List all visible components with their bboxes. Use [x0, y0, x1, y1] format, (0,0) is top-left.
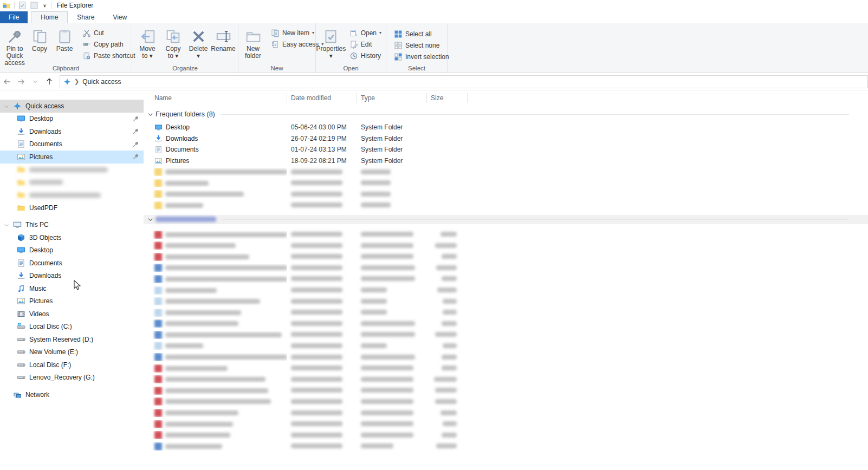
- ribbon-button-pin-to-quick-access[interactable]: Pin to Quick access: [2, 25, 27, 67]
- tab-view[interactable]: View: [103, 12, 136, 23]
- file-row-blurred[interactable]: [144, 396, 868, 408]
- column-header-name[interactable]: Name: [144, 90, 287, 106]
- ribbon-button-rename[interactable]: Rename: [211, 25, 236, 53]
- sidebar-item-blurred[interactable]: [0, 164, 144, 177]
- address-chevron-icon[interactable]: ❯: [73, 78, 80, 85]
- date-cell: [287, 432, 357, 439]
- sidebar-item-new-volume-e[interactable]: New Volume (E:): [0, 346, 144, 359]
- column-header-type[interactable]: Type: [357, 90, 427, 106]
- file-row-blurred[interactable]: [144, 351, 868, 363]
- redacted-size: [442, 321, 457, 326]
- sidebar-item-quick-access[interactable]: Quick access: [0, 100, 144, 113]
- back-icon[interactable]: [0, 75, 14, 88]
- ribbon-button-history[interactable]: History: [347, 50, 384, 61]
- address-path[interactable]: Quick access: [82, 78, 121, 86]
- file-row-blurred[interactable]: [144, 178, 868, 189]
- file-row-blurred[interactable]: [144, 318, 868, 330]
- folder-row-pictures[interactable]: Pictures18-09-22 08:21 PMSystem Folder: [144, 155, 868, 167]
- sidebar-item-blurred[interactable]: [0, 189, 144, 202]
- sidebar-item-lenovo-recovery-g[interactable]: Lenovo_Recovery (G:): [0, 371, 144, 384]
- size-cell: [427, 331, 468, 338]
- ribbon-button-open[interactable]: Open▾: [347, 27, 384, 38]
- chevron-down-icon[interactable]: [147, 217, 153, 223]
- folder-row-documents[interactable]: Documents01-07-24 03:13 PMSystem Folder: [144, 144, 868, 155]
- sidebar-item-local-disc-f[interactable]: Local Disc (F:): [0, 358, 144, 371]
- file-row-blurred[interactable]: [144, 296, 868, 307]
- file-row-blurred[interactable]: [144, 307, 868, 318]
- file-row-blurred[interactable]: [144, 251, 868, 263]
- sidebar-item-blurred[interactable]: [0, 176, 144, 189]
- file-row-blurred[interactable]: [144, 341, 868, 352]
- file-row-blurred[interactable]: [144, 240, 868, 251]
- address-bar[interactable]: ❯ Quick access: [60, 75, 868, 88]
- sidebar-item-documents[interactable]: Documents: [0, 257, 144, 270]
- up-icon[interactable]: [42, 75, 56, 88]
- file-row-blurred[interactable]: [144, 166, 868, 178]
- newfolder-qat-icon[interactable]: [30, 1, 38, 10]
- chevron-down-icon[interactable]: [147, 112, 153, 118]
- group-header-frequent-folders-8[interactable]: Frequent folders (8): [144, 109, 868, 120]
- file-row-blurred[interactable]: [144, 229, 868, 240]
- tab-share[interactable]: Share: [68, 12, 103, 23]
- file-row-blurred[interactable]: [144, 363, 868, 374]
- sidebar-item-downloads[interactable]: Downloads: [0, 125, 144, 138]
- folder-row-downloads[interactable]: Downloads26-07-24 02:19 PMSystem Folder: [144, 133, 868, 145]
- sidebar-item-videos[interactable]: Videos: [0, 308, 144, 321]
- file-row-blurred[interactable]: [144, 407, 868, 419]
- ribbon-button-move-to[interactable]: Move to ▾: [134, 25, 160, 60]
- pictures-icon: [154, 157, 163, 165]
- sidebar-item-pictures[interactable]: Pictures: [0, 151, 144, 164]
- sidebar-item-usedpdf[interactable]: UsedPDF: [0, 201, 144, 214]
- file-row-blurred[interactable]: [144, 419, 868, 430]
- sidebar-item-local-disc-c[interactable]: Local Disc (C:): [0, 321, 144, 334]
- ribbon-button-copy[interactable]: Copy: [27, 25, 52, 53]
- ribbon-button-delete[interactable]: Delete ▾: [186, 25, 211, 60]
- ribbon-button-select-none[interactable]: Select none: [392, 40, 451, 51]
- ribbon-button-invert-selection[interactable]: Invert selection: [392, 51, 451, 62]
- group-header-redacted[interactable]: [144, 215, 868, 224]
- ribbon-button-select-all[interactable]: Select all: [392, 28, 451, 40]
- file-row-blurred[interactable]: [144, 273, 868, 285]
- file-row-blurred[interactable]: [144, 263, 868, 274]
- sidebar-item-system-reserved-d[interactable]: System Reserved (D:): [0, 333, 144, 346]
- sidebar-item-documents[interactable]: Documents: [0, 138, 144, 151]
- name-cell: [144, 375, 287, 383]
- sidebar-item-desktop[interactable]: Desktop: [0, 244, 144, 257]
- file-row-blurred[interactable]: [144, 189, 868, 200]
- sidebar-item-3d-objects[interactable]: 3D Objects: [0, 231, 144, 244]
- file-name: Pictures: [166, 157, 189, 165]
- sidebar-item-music[interactable]: Music: [0, 282, 144, 295]
- tab-home[interactable]: Home: [31, 11, 68, 23]
- sidebar-item-pictures[interactable]: Pictures: [0, 295, 144, 308]
- ribbon-button-copy-path[interactable]: Copy path: [80, 38, 138, 50]
- file-row-blurred[interactable]: [144, 285, 868, 296]
- ribbon-button-properties[interactable]: Properties ▾: [318, 25, 344, 60]
- file-row-blurred[interactable]: [144, 441, 868, 452]
- sidebar-item-desktop[interactable]: Desktop: [0, 113, 144, 126]
- ribbon-button-cut[interactable]: Cut: [80, 27, 138, 38]
- chevron-down-icon[interactable]: [4, 222, 9, 227]
- ribbon-button-paste-shortcut[interactable]: Paste shortcut: [80, 50, 138, 61]
- ribbon-button-new-folder[interactable]: New folder: [241, 25, 265, 60]
- folder-file-icon: [154, 179, 162, 187]
- sidebar-item-network[interactable]: Network: [0, 388, 144, 401]
- forward-icon[interactable]: [14, 75, 28, 88]
- ribbon-button-paste[interactable]: Paste: [52, 25, 77, 53]
- file-row-blurred[interactable]: [144, 374, 868, 385]
- folder-row-desktop[interactable]: Desktop05-06-24 03:00 PMSystem Folder: [144, 122, 868, 133]
- properties-qat-icon[interactable]: [18, 1, 27, 10]
- file-row-blurred[interactable]: [144, 329, 868, 341]
- sidebar-item-this-pc[interactable]: This PC: [0, 219, 144, 232]
- file-row-blurred[interactable]: [144, 385, 868, 396]
- file-row-blurred[interactable]: [144, 200, 868, 211]
- tab-file[interactable]: File: [0, 11, 28, 23]
- customize-qat-dropdown-icon[interactable]: ▾: [42, 4, 48, 8]
- file-row-blurred[interactable]: [144, 429, 868, 441]
- ribbon-button-copy-to[interactable]: Copy to ▾: [160, 25, 186, 60]
- recent-locations-icon[interactable]: [28, 75, 42, 88]
- column-header-size[interactable]: Size: [427, 90, 468, 106]
- column-header-date-modified[interactable]: Date modified: [287, 90, 357, 106]
- ribbon-button-edit[interactable]: Edit: [347, 38, 384, 50]
- sidebar-item-downloads[interactable]: Downloads: [0, 270, 144, 283]
- chevron-down-icon[interactable]: [4, 103, 9, 109]
